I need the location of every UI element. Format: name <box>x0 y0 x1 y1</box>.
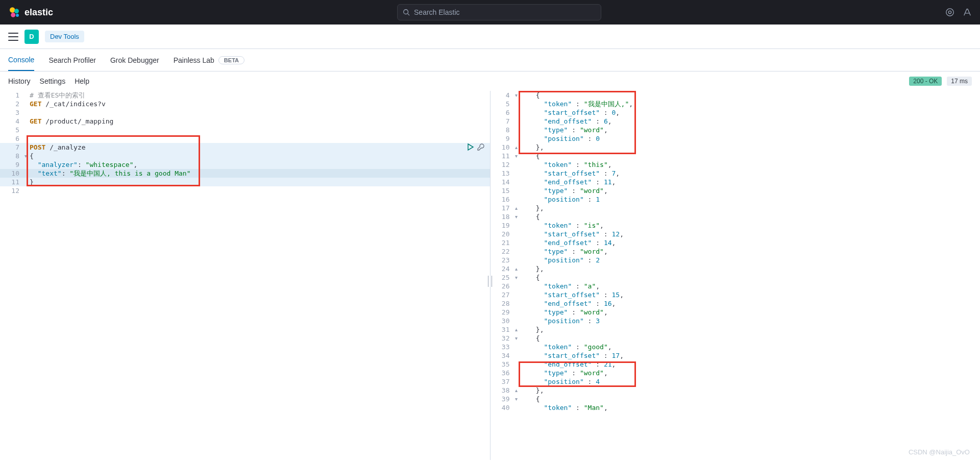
line-number: 3 <box>0 108 24 117</box>
code-line[interactable]: 8▾{ <box>0 152 490 160</box>
code-line[interactable]: 1# 查看ES中的索引 <box>0 91 490 100</box>
code-line[interactable]: 4▾ { <box>491 91 981 100</box>
code-content: "start_offset" : 7, <box>520 169 981 178</box>
breadcrumb-devtools[interactable]: Dev Tools <box>45 31 84 42</box>
line-number: 12 <box>0 186 24 195</box>
line-number: 33 <box>491 343 515 351</box>
code-line[interactable]: 27 "start_offset" : 15, <box>491 290 981 299</box>
svg-point-3 <box>16 14 19 17</box>
code-line[interactable]: 34 "start_offset" : 17, <box>491 351 981 360</box>
help-icon[interactable] <box>963 8 972 17</box>
code-line[interactable]: 21 "end_offset" : 14, <box>491 238 981 247</box>
code-line[interactable]: 18▾ { <box>491 212 981 221</box>
help-link[interactable]: Help <box>75 77 89 85</box>
code-line[interactable]: 14 "end_offset" : 11, <box>491 178 981 186</box>
space-avatar[interactable]: D <box>24 30 39 44</box>
code-line[interactable]: 28 "end_offset" : 16, <box>491 299 981 308</box>
watermark-text: CSDN @Naijia_OvO <box>909 448 970 456</box>
code-line[interactable]: 12 "token" : "this", <box>491 160 981 169</box>
code-line[interactable]: 29 "type" : "word", <box>491 308 981 317</box>
editor-area: 1# 查看ES中的索引2GET /_cat/indices?v34GET /pr… <box>0 91 980 460</box>
code-line[interactable]: 35 "end_offset" : 21, <box>491 360 981 369</box>
code-line[interactable]: 6 "start_offset" : 0, <box>491 108 981 117</box>
code-line[interactable]: 22 "type" : "word", <box>491 247 981 256</box>
code-line[interactable]: 17▴ }, <box>491 204 981 212</box>
code-line[interactable]: 24▴ }, <box>491 264 981 273</box>
code-line[interactable]: 16 "position" : 1 <box>491 195 981 204</box>
code-line[interactable]: 39▾ { <box>491 395 981 403</box>
code-line[interactable]: 11▾ { <box>491 152 981 160</box>
response-viewer[interactable]: 4▾ {5 "token" : "我是中国人,",6 "start_offset… <box>491 91 981 460</box>
code-content: "position" : 2 <box>520 256 981 264</box>
code-line[interactable]: 9 "analyzer": "whitespace", <box>0 160 490 169</box>
tab-search-profiler[interactable]: Search Profiler <box>48 50 96 70</box>
code-content: "end_offset" : 11, <box>520 178 981 186</box>
newsfeed-icon[interactable] <box>945 8 954 17</box>
settings-link[interactable]: Settings <box>40 77 66 85</box>
run-request-icon[interactable] <box>467 143 475 151</box>
code-content: { <box>520 334 981 343</box>
line-number: 6 <box>0 134 24 143</box>
code-content: "text": "我是中国人, this is a good Man" <box>30 169 490 178</box>
line-number: 8 <box>0 152 24 160</box>
svg-point-1 <box>14 9 19 13</box>
code-line[interactable]: 10▴ }, <box>491 143 981 152</box>
line-number: 10 <box>491 143 515 152</box>
nav-toggle-button[interactable] <box>8 33 18 41</box>
tab-painless-lab[interactable]: Painless LabBETA <box>174 50 244 70</box>
global-search-input[interactable]: Search Elastic <box>397 4 601 20</box>
code-content: } <box>30 178 490 186</box>
line-number: 30 <box>491 317 515 325</box>
code-line[interactable]: 33 "token" : "good", <box>491 343 981 351</box>
line-number: 11 <box>0 178 24 186</box>
code-line[interactable]: 13 "start_offset" : 7, <box>491 169 981 178</box>
code-line[interactable]: 6 <box>0 134 490 143</box>
code-line[interactable]: 7POST /_analyze <box>0 143 490 152</box>
code-line[interactable]: 9 "position" : 0 <box>491 134 981 143</box>
code-line[interactable]: 32▾ { <box>491 334 981 343</box>
code-line[interactable]: 30 "position" : 3 <box>491 317 981 325</box>
tab-grok-debugger[interactable]: Grok Debugger <box>110 50 159 70</box>
code-content: "token" : "我是中国人,", <box>520 100 981 108</box>
code-line[interactable]: 15 "type" : "word", <box>491 186 981 195</box>
code-content: "position" : 4 <box>520 377 981 386</box>
request-editor[interactable]: 1# 查看ES中的索引2GET /_cat/indices?v34GET /pr… <box>0 91 491 460</box>
code-line[interactable]: 25▾ { <box>491 273 981 282</box>
code-line[interactable]: 12 <box>0 186 490 195</box>
tab-console[interactable]: Console <box>8 50 34 71</box>
code-line[interactable]: 10 "text": "我是中国人, this is a good Man" <box>0 169 490 178</box>
line-number: 18 <box>491 212 515 221</box>
code-line[interactable]: 31▴ }, <box>491 325 981 334</box>
code-line[interactable]: 38▴ }, <box>491 386 981 395</box>
line-number: 13 <box>491 169 515 178</box>
code-line[interactable]: 5 <box>0 126 490 134</box>
code-line[interactable]: 37 "position" : 4 <box>491 377 981 386</box>
code-line[interactable]: 4GET /product/_mapping <box>0 117 490 126</box>
code-line[interactable]: 19 "token" : "is", <box>491 221 981 230</box>
code-content: "end_offset" : 6, <box>520 117 981 126</box>
code-line[interactable]: 36 "type" : "word", <box>491 369 981 377</box>
line-number: 29 <box>491 308 515 317</box>
code-line[interactable]: 40 "token" : "Man", <box>491 403 981 412</box>
code-line[interactable]: 3 <box>0 108 490 117</box>
line-number: 37 <box>491 377 515 386</box>
code-line[interactable]: 11} <box>0 178 490 186</box>
code-line[interactable]: 26 "token" : "a", <box>491 282 981 290</box>
code-line[interactable]: 8 "type" : "word", <box>491 126 981 134</box>
line-number: 27 <box>491 290 515 299</box>
code-line[interactable]: 20 "start_offset" : 12, <box>491 230 981 238</box>
svg-point-7 <box>948 11 951 13</box>
code-line[interactable]: 5 "token" : "我是中国人,", <box>491 100 981 108</box>
line-number: 39 <box>491 395 515 403</box>
history-link[interactable]: History <box>8 77 31 85</box>
line-number: 5 <box>0 126 24 134</box>
brand-logo[interactable]: elastic <box>8 6 53 18</box>
line-number: 25 <box>491 273 515 282</box>
code-line[interactable]: 23 "position" : 2 <box>491 256 981 264</box>
code-line[interactable]: 2GET /_cat/indices?v <box>0 100 490 108</box>
response-status-badge: 200 - OK <box>909 77 942 86</box>
code-content: "type" : "word", <box>520 308 981 317</box>
wrench-icon[interactable] <box>477 143 485 151</box>
line-number: 5 <box>491 100 515 108</box>
code-line[interactable]: 7 "end_offset" : 6, <box>491 117 981 126</box>
